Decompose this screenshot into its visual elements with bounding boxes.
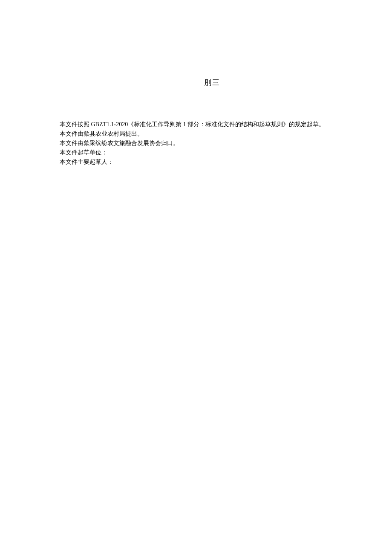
section-title: 刖三	[60, 77, 365, 88]
paragraph: 本文件由歙采缤纷农文旅融合发展协会归口。	[60, 139, 365, 148]
paragraph: 本文件主要起草人：	[60, 157, 365, 166]
paragraph: 本文件由歙县农业农村局提出。	[60, 129, 365, 138]
paragraph: 本文件按照 GBZT1.1-2020《标准化工作导则第 1 部分：标准化文件的结…	[60, 120, 365, 129]
paragraph: 本文件起草单位：	[60, 148, 365, 157]
